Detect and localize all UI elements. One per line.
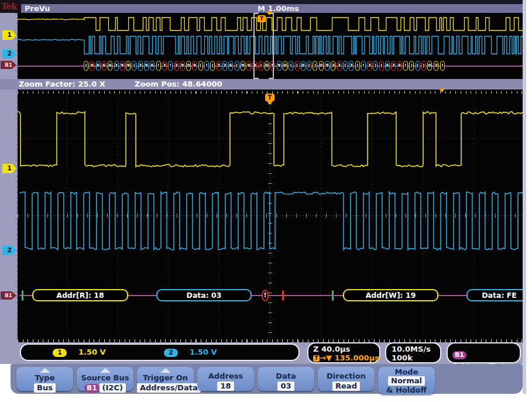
bus-decode-glyph: 9 [120,61,125,71]
bus-decode-glyph: 3 [349,61,353,71]
bus-decode-glyph: 3 [391,61,396,71]
bus-decode-glyph: ( [132,61,136,71]
bus-decode-glyph: 3 [434,61,438,71]
status-strip: 1 1.50 V 2 1.50 V Z 40.0µs T→▼ 135.000µs… [0,342,523,364]
zoom-window-left-edge[interactable] [253,13,255,79]
bus-start-condition-icon [22,290,23,301]
button-label: Direction [318,371,375,381]
menu-data-button[interactable]: Data 03 [258,367,314,391]
zoom-window-right-edge[interactable] [273,13,274,79]
zoom-info-bar: Zoom Factor: 25.0 X Zoom Pos: 48.64000 [0,79,523,90]
bus-b1-badge: B1 [84,384,99,393]
bus-decode-box: Data: 03 [156,289,252,301]
bus-decode-glyph: ! [361,61,366,71]
bus-decode-glyph: ( [210,61,215,71]
button-value: Normal [388,376,425,386]
menu-type-button[interactable]: Type Bus [16,367,73,391]
bus-decode-glyph: ) [409,61,414,71]
button-value: 03 [277,382,294,391]
button-value: Read [332,382,360,391]
button-value: Bus [34,383,56,393]
bus-decode-box: Addr[R]: 18 [32,289,128,301]
bus-decode-glyph: ( [289,61,293,71]
bus-decode-glyph: ) [373,61,377,71]
bus-decode-glyph: ) [259,61,263,71]
bus-decode-glyph: 0 [319,61,324,71]
bus-decode-glyph: ) [421,61,426,71]
bus-decode-glyph: 9 [241,61,245,71]
delay-position-icon[interactable] [439,89,445,92]
acquisition-box: 10.0MS/s 100k points [385,342,441,363]
zoom-factor-readout: Zoom Factor: 25.0 X [19,79,105,90]
button-label: Mode [378,367,435,376]
bus-decode-glyph: ! [168,61,173,71]
bus-b1-badge: B1 [452,351,466,359]
acquisition-status: PreVu [25,4,50,13]
bus-decode-glyph: 3 [114,61,119,71]
softkey-menu: Type Bus Source Bus B1(I2C) Trigger On A… [11,364,523,394]
ch1-badge: 1 [53,349,67,357]
tek-logo: Tek [0,0,21,13]
ch2-overview-trace [18,36,523,54]
bus-decode-glyph: 3 [331,61,335,71]
button-label: Type [16,373,73,383]
menu-trigger-on-button[interactable]: Trigger On Address/Data [137,367,194,391]
trigger-square-icon: T [313,355,320,362]
menu-mode-button[interactable]: Mode Normal & Holdoff [378,367,435,394]
bus-decode-glyph: ! [204,61,209,71]
sample-rate-readout: 10.0MS/s [392,345,440,353]
popup-arrow-icon [40,368,50,373]
bus-decode-glyph: 6 [108,61,112,71]
bus-decode-glyph: ( [295,61,300,71]
bus-decode-glyph: 6 [397,61,402,71]
zoom-delay-readout: T→▼ 135.000µs [313,353,379,362]
bus-decode-glyph: ( [416,61,420,71]
bus-start-condition-icon [332,290,334,301]
bus-decode-box: Addr[W]: 19 [343,289,438,301]
button-label: Data [258,371,314,381]
button-extra-label: & Holdoff [378,386,435,394]
button-value: Address/Data [137,383,201,393]
bus-decode-glyph: 9 [325,61,330,71]
top-edge [21,0,523,4]
trigger-point-icon [267,101,273,105]
bus-decode-glyph: ! [403,61,408,71]
main-traces [18,94,523,342]
bus-decode-glyph: 3 [174,61,179,71]
timebase-readout: M 1.00ms [258,4,299,13]
button-value: (I2C) [99,383,126,393]
menu-direction-button[interactable]: Direction Read [318,367,375,391]
bus-decode-glyph: 3 [222,61,227,71]
oscilloscope-screen: Tek PreVu M 1.00ms (0066399(396!3!3909(!… [0,0,532,402]
ch2-scale-readout: 1.50 V [190,348,217,356]
bus-decode-warning-icon: ! [262,290,269,301]
bus-decode-glyph: 6 [102,61,107,71]
delay-value: 135.000µs [334,353,379,362]
ch1-trace [18,112,523,167]
bus-decode-glyph: 9 [277,61,282,71]
right-bezel [523,0,526,394]
bus-decode-glyph: 9 [180,61,185,71]
delay-arrow-icon: →▼ [320,353,332,362]
bus-decode-glyph: ) [313,61,317,71]
ch1-scale-readout: 1.50 V [78,348,106,356]
bus-decode-glyph: 0 [96,61,101,71]
trigger-flag-icon[interactable]: T [265,94,274,101]
bus-decode-glyph: 3 [337,61,342,71]
bus-decode-box: Data: FE [466,289,523,301]
button-label: Trigger On [137,373,194,383]
zoom-scale-readout: Z 40.0µs [313,345,379,353]
trigger-flag-icon[interactable]: T [258,15,266,22]
bus-decode-glyph: 6 [228,61,233,71]
top-tick-ruler [18,90,523,94]
menu-source-bus-button[interactable]: Source Bus B1(I2C) [77,367,133,391]
zoom-position-readout: Zoom Pos: 48.64000 [135,79,222,90]
bus-decode-glyph: ) [355,61,360,71]
bus-stop-condition-icon [282,290,284,301]
zoom-window-bracket [253,13,259,14]
bus-decode-glyph: 0 [90,61,94,71]
bus-decode-glyph: ! [156,61,161,71]
bus-decode-glyph: 6 [150,61,155,71]
menu-address-button[interactable]: Address 18 [197,367,254,391]
bus-decode-glyph: 3 [217,61,221,71]
